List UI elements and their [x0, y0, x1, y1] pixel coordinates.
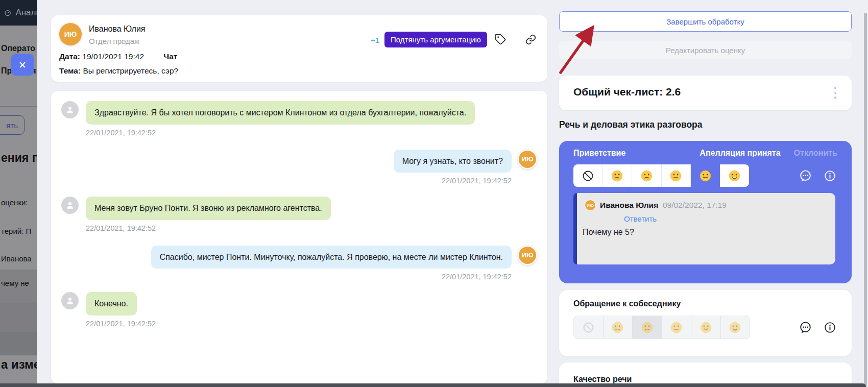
kebab-menu-icon[interactable] — [831, 85, 839, 101]
conversation-header-card: ИЮ Иванова Юлия Отдел продаж Дата: 19/01… — [51, 15, 547, 82]
close-modal-button[interactable]: ✕ — [11, 54, 34, 76]
screen: Анали Операто Проверя ять ения п оценки:… — [0, 0, 868, 387]
rating-cell-good[interactable] — [691, 316, 720, 338]
person-icon — [65, 105, 75, 115]
rating-cell-bad[interactable] — [632, 316, 662, 338]
operator-avatar: ИЮ — [518, 150, 537, 169]
rating-scale — [573, 164, 749, 187]
criterion-name: Качество речи — [573, 375, 837, 384]
chat-message-operator: Могу я узнать, кто звонит? ИЮ — [61, 150, 537, 173]
edit-score-button[interactable]: Редактировать оценку — [559, 41, 852, 59]
rating-cell-bad[interactable] — [632, 164, 661, 187]
rating-cell-excellent[interactable] — [720, 164, 750, 187]
reply-button[interactable]: Ответить — [624, 214, 657, 223]
chat-message-client: Меня зовут Бруно Понти. Я звоню из рекла… — [61, 197, 537, 220]
chat-message-operator: Спасибо, мистер Понти. Минуточку, пожалу… — [61, 246, 537, 269]
message-bubble: Меня зовут Бруно Понти. Я звоню из рекла… — [86, 197, 331, 220]
rating-cell-neutral[interactable] — [662, 316, 691, 338]
link-icon[interactable] — [525, 34, 537, 45]
modal-dim-overlay — [0, 26, 37, 387]
rating-cell-good[interactable] — [690, 164, 720, 187]
rating-cell-neutral[interactable] — [661, 164, 691, 187]
panel-scrollbar[interactable] — [864, 13, 867, 387]
comment-icon[interactable] — [799, 321, 812, 334]
message-bubble: Спасибо, мистер Понти. Минуточку, пожалу… — [151, 246, 512, 269]
finish-processing-button[interactable]: Завершить обработку — [559, 11, 852, 32]
more-tags-counter[interactable]: +1 — [371, 36, 379, 44]
criterion-card-greeting: Приветствие Апелляция принята Отклонить … — [559, 141, 852, 283]
message-timestamp: 22/01/2021, 19:42:52 — [61, 177, 512, 185]
person-icon — [65, 296, 75, 306]
criterion-name: Приветствие — [573, 149, 625, 158]
message-timestamp: 22/01/2021, 19:42:52 — [86, 129, 537, 137]
conversation-date-row: Дата: 19/01/2021 19:42 Чат — [59, 52, 177, 61]
message-bubble: Здравствуйте. Я бы хотел поговорить с ми… — [86, 101, 475, 125]
message-timestamp: 22/01/2021, 19:42:52 — [61, 273, 512, 281]
date-value: 19/01/2021 19:42 — [82, 52, 144, 61]
message-bubble: Конечно. — [86, 292, 137, 316]
chat-transcript-card: Здравствуйте. Я бы хотел поговорить с ми… — [51, 91, 547, 384]
rating-cell-no-score[interactable] — [573, 164, 602, 187]
avatar: ИЮ — [59, 23, 82, 45]
topic-label: Тема: — [59, 66, 81, 75]
comment-author: Иванова Юлия — [600, 201, 658, 210]
criterion-card-addressing: Обращение к собеседнику — [559, 290, 852, 356]
section-title: Речь и деловая этика разговора — [559, 119, 703, 130]
decline-appeal-button[interactable]: Отклонить — [794, 149, 837, 158]
message-bubble: Могу я узнать, кто звонит? — [394, 150, 512, 173]
message-timestamp: 22/01/2021, 19:42:52 — [86, 224, 537, 232]
close-icon: ✕ — [18, 59, 27, 71]
operator-name: Иванова Юлия — [89, 25, 146, 34]
comment-text: Почему не 5? — [583, 228, 634, 237]
tag-badge[interactable]: Подтянуть аргументацию — [384, 32, 487, 47]
background-app-title: Анали — [15, 8, 37, 18]
date-label: Дата: — [59, 52, 80, 61]
conversation-topic-row: Тема: Вы регистрируетесь, сэр? — [59, 66, 178, 76]
checklist-score-title: Общий чек-лист: 2.6 — [573, 86, 681, 98]
criterion-name: Обращение к собеседнику — [573, 299, 837, 308]
appeal-comment: ИЮ Иванова Юлия 09/02/2022, 17:19 Ответи… — [573, 193, 835, 264]
info-icon[interactable] — [824, 170, 836, 182]
chat-message-client: Конечно. — [61, 292, 537, 316]
comment-datetime: 09/02/2022, 17:19 — [663, 201, 727, 210]
message-timestamp: 22/01/2021, 19:42:52 — [86, 320, 537, 328]
comment-avatar: ИЮ — [585, 200, 596, 211]
person-icon — [65, 200, 75, 210]
appeal-status: Апелляция принята — [700, 149, 780, 158]
rating-cell-very-bad[interactable] — [603, 316, 633, 338]
topic-value: Вы регистрируетесь, сэр? — [83, 66, 178, 75]
rating-cell-very-bad[interactable] — [602, 164, 632, 187]
rating-cell-excellent[interactable] — [720, 316, 750, 338]
checklist-score-card: Общий чек-лист: 2.6 — [559, 76, 852, 110]
gauge-icon — [4, 8, 11, 18]
rating-scale — [573, 316, 750, 339]
channel-label: Чат — [163, 52, 177, 61]
rating-cell-no-score[interactable] — [574, 316, 603, 338]
background-window-edge — [0, 383, 866, 387]
background-topbar: Анали — [0, 0, 37, 26]
operator-department: Отдел продаж — [89, 37, 139, 45]
tag-icon[interactable] — [495, 34, 507, 45]
client-avatar — [61, 197, 79, 214]
operator-avatar: ИЮ — [518, 246, 537, 265]
chat-message-client: Здравствуйте. Я бы хотел поговорить с ми… — [61, 101, 537, 125]
client-avatar — [61, 292, 79, 309]
info-icon[interactable] — [824, 321, 836, 334]
evaluation-modal: ИЮ Иванова Юлия Отдел продаж Дата: 19/01… — [37, 0, 868, 387]
comment-icon[interactable] — [799, 169, 812, 183]
comment-accent-bar — [573, 193, 577, 264]
client-avatar — [61, 101, 79, 118]
